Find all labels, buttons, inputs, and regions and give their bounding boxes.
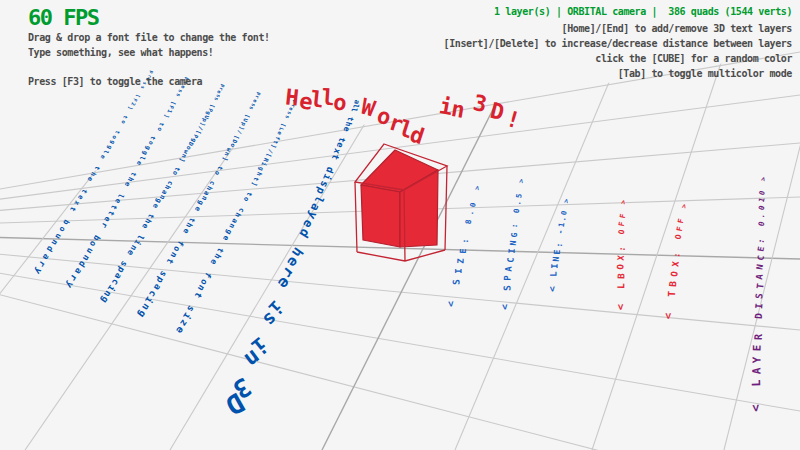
render-status: 1 layer(s) | ORBITAL camera | 386 quads … — [494, 7, 792, 17]
fps-counter: 60 FPS — [28, 7, 98, 29]
hint-toggle-camera: Press [F3] to toggle the camera — [28, 77, 202, 87]
hint-type-something: Type something, see what happens! — [28, 48, 213, 58]
3d-text-demo-viewport[interactable]: allthetextdisplayedhereisin3Dpress[Left]… — [0, 0, 800, 450]
hint-multicolor-mode: [Tab] to toggle multicolor mode — [618, 69, 792, 79]
hint-add-remove-layers: [Home]/[End] to add/remove 3D text layer… — [562, 24, 792, 34]
hint-drag-drop: Drag & drop a font file to change the fo… — [28, 33, 270, 43]
hint-cube-color: click the [CUBE] for a random color — [595, 54, 792, 64]
hint-layer-distance: [Insert]/[Delete] to increase/decrease d… — [444, 39, 792, 49]
